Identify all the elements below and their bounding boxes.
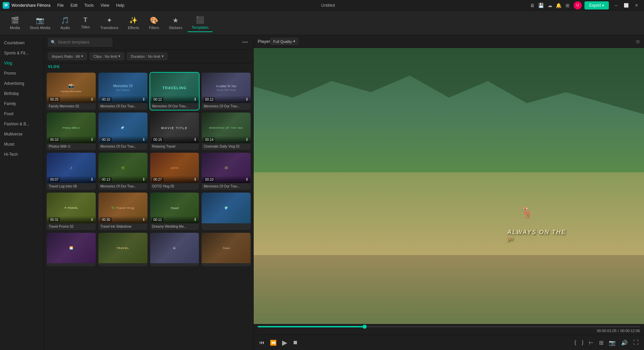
cat-family[interactable]: Family: [0, 99, 44, 109]
menu-help[interactable]: Help: [113, 2, 127, 9]
snapshot-icon[interactable]: 📷: [607, 338, 617, 347]
template-card-16[interactable]: 🌍: [202, 193, 251, 230]
play-button[interactable]: ▶: [281, 337, 289, 348]
template-card-18[interactable]: TRAVEL: [98, 233, 147, 266]
maximize-button[interactable]: ⬜: [622, 1, 631, 10]
titlebar-left: W Wondershare Filmora File Edit Tools Vi…: [3, 2, 127, 9]
cat-advertising[interactable]: Advertising: [0, 78, 44, 89]
cat-countdown[interactable]: Countdown: [0, 38, 44, 48]
download-icon-2: ⬇: [142, 97, 145, 102]
window-controls: ─ ⬜ ✕: [612, 1, 641, 10]
card-thumb-20: Travel: [202, 233, 251, 263]
toolbar-filters[interactable]: 🎨 Filters: [144, 14, 163, 32]
more-options-button[interactable]: •••: [241, 38, 249, 47]
fullscreen-icon[interactable]: ⛶: [632, 338, 640, 347]
template-card-7[interactable]: MOVIE TITLE 00:15 ⬇ Relaxing Travel: [150, 112, 199, 150]
mark-in-icon[interactable]: {: [573, 338, 577, 347]
card-thumb-17: 🌅: [47, 233, 96, 263]
audio-icon: 🎵: [61, 16, 69, 24]
card-time-3: 00:12: [152, 97, 163, 102]
template-card-1[interactable]: 📸 Family Memories 00:25 ⬇ Family Memorie…: [47, 73, 96, 110]
monitor-icon[interactable]: 🖥: [529, 2, 536, 9]
cat-hitech[interactable]: Hi-Tech: [0, 149, 44, 159]
cat-birthday[interactable]: Birthday: [0, 89, 44, 99]
card-thumb-19: 📽: [150, 233, 199, 263]
template-card-12[interactable]: 👫 00:10 ⬇ Memories Of Our Trav...: [202, 153, 251, 190]
rewind-button[interactable]: ⏮: [258, 338, 266, 347]
cat-multiverse[interactable]: Multiverse: [0, 129, 44, 139]
menu-view[interactable]: View: [98, 2, 112, 9]
menu-file[interactable]: File: [54, 2, 66, 9]
trim-icon[interactable]: ⊢: [588, 338, 595, 347]
duration-filter[interactable]: Duration : No limit ▾: [127, 52, 167, 60]
search-input[interactable]: [48, 38, 112, 47]
thumb-overlay-3: 00:12 ⬇: [150, 96, 199, 103]
cat-promo[interactable]: Promo: [0, 68, 44, 78]
toolbar-stickers[interactable]: ★ Stickers: [165, 14, 186, 32]
toolbar-titles[interactable]: T Titles: [76, 15, 95, 31]
player-viewport: 🦌 ALWAYS ON THE go: [254, 48, 644, 324]
template-card-20[interactable]: Travel: [202, 233, 251, 266]
menu-edit[interactable]: Edit: [68, 2, 80, 9]
volume-icon[interactable]: 🔊: [620, 338, 629, 347]
left-panel: Countdown Sports & Fit... Vlog Promo Adv…: [0, 35, 254, 350]
thumb-overlay-2: 00:10 ⬇: [98, 96, 147, 103]
quality-selector[interactable]: Full Quality ▾: [270, 38, 298, 45]
category-sidebar: Countdown Sports & Fit... Vlog Promo Adv…: [0, 35, 44, 350]
filters-icon: 🎨: [150, 16, 158, 24]
template-card-14[interactable]: 🌿 Travel Vlog 00:30 ⬇ Travel Ink Slidesh…: [98, 193, 147, 230]
progress-track[interactable]: [258, 326, 640, 327]
filter-bar: Aspect Ratio : All ▾ Clips : No limit ▾ …: [44, 50, 253, 63]
template-card-9[interactable]: 🏖 00:07 ⬇ Travel Log Intro 06: [47, 153, 96, 190]
thumb-overlay-4: 00:12 ⬇: [202, 96, 251, 103]
cat-fashion[interactable]: Fashion & B...: [0, 119, 44, 129]
aspect-ratio-filter[interactable]: Aspect Ratio : All ▾: [48, 52, 87, 60]
audio-label: Audio: [60, 26, 70, 30]
toolbar-transitions[interactable]: ✦ Transitions: [96, 14, 122, 32]
template-card-13[interactable]: ✈ TRAVEL 00:31 ⬇ Travel Promo 02: [47, 193, 96, 230]
cat-vlog[interactable]: Vlog: [0, 58, 44, 68]
template-card-2[interactable]: Memories Of Our Travels 00:10 ⬇ Memories…: [98, 73, 147, 110]
template-card-17[interactable]: 🌅: [47, 233, 96, 266]
template-card-8[interactable]: MEMORIES OF THE SEA 00:14 ⬇ Cinematic Da…: [202, 112, 251, 150]
stop-button[interactable]: ⏹: [291, 338, 299, 347]
template-card-5[interactable]: Photos With U 00:10 ⬇ Photos With U: [47, 112, 96, 150]
export-button[interactable]: Export ▾: [584, 1, 609, 9]
step-back-button[interactable]: ⏪: [269, 338, 278, 347]
cat-music[interactable]: Music: [0, 139, 44, 149]
app-logo: W Wondershare Filmora: [3, 2, 50, 9]
grid-icon[interactable]: ⊞: [564, 2, 571, 9]
card-label-8: Cinematic Daily Vlog 02: [202, 143, 251, 150]
toolbar-stock[interactable]: 📷 Stock Media: [26, 14, 54, 32]
toolbar-media[interactable]: 🎬 Media: [5, 14, 24, 32]
bell-icon[interactable]: 🔔: [555, 2, 562, 9]
toolbar-templates[interactable]: ⬛ Templates: [187, 14, 212, 32]
user-avatar[interactable]: U: [574, 1, 582, 9]
cat-sports[interactable]: Sports & Fit...: [0, 48, 44, 58]
card-label-16: [202, 223, 251, 226]
toolbar-audio[interactable]: 🎵 Audio: [56, 14, 75, 32]
template-card-6[interactable]: 🌊 00:10 ⬇ Memories Of Our Trav...: [98, 112, 147, 150]
mark-out-icon[interactable]: }: [580, 338, 585, 347]
effects-label: Effects: [128, 26, 139, 30]
video-overlay-text: ALWAYS ON THE go: [507, 229, 566, 241]
menu-tools[interactable]: Tools: [82, 2, 96, 9]
template-card-3[interactable]: TRAVELING 00:12 ⬇ Memories Of Our Trav..…: [150, 73, 199, 110]
download-icon-12: ⬇: [245, 177, 249, 182]
template-card-10[interactable]: 🌿 00:13 ⬇ Memories Of Our Trav...: [98, 153, 147, 190]
screen-icon[interactable]: ⊞: [598, 338, 605, 347]
card-thumb-11: OOTD 00:27 ⬇: [150, 153, 199, 183]
template-card-4[interactable]: A Letter To You Know The Truth 00:12 ⬇ M…: [202, 73, 251, 110]
clips-filter[interactable]: Clips : No limit ▾: [90, 52, 124, 60]
minimize-button[interactable]: ─: [612, 1, 621, 10]
close-button[interactable]: ✕: [632, 1, 641, 10]
template-card-15[interactable]: Travel 00:11 ⬇ Dreamy Wedding Me...: [150, 193, 199, 230]
card-label-20: [202, 263, 251, 266]
template-card-11[interactable]: OOTD 00:27 ⬇ OOTD Vlog 05: [150, 153, 199, 190]
template-card-19[interactable]: 📽: [150, 233, 199, 266]
cloud-icon[interactable]: ☁: [547, 2, 553, 9]
save-icon[interactable]: 💾: [538, 2, 545, 9]
player-expand-icon[interactable]: ⊞: [636, 39, 640, 44]
toolbar-effects[interactable]: ✨ Effects: [124, 14, 143, 32]
cat-food[interactable]: Food: [0, 109, 44, 119]
